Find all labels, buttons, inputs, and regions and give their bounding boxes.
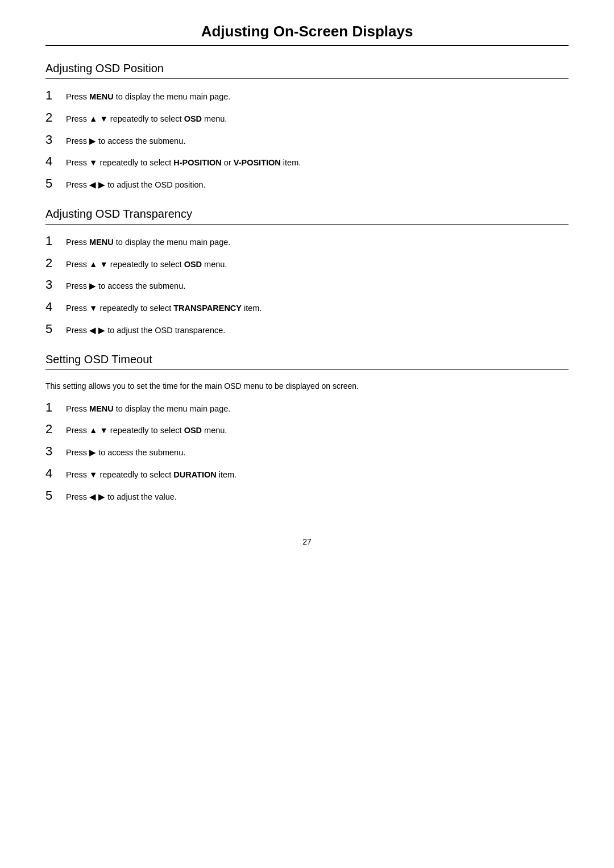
list-item: 5Press ◀ ▶ to adjust the OSD position. (45, 177, 569, 192)
step-text-0-0: Press MENU to display the menu main page… (66, 91, 569, 103)
list-item: 2Press ▲ ▼ repeatedly to select OSD menu… (45, 111, 569, 126)
step-number-0-4: 5 (45, 177, 66, 190)
step-text-2-4: Press ◀ ▶ to adjust the value. (66, 491, 569, 504)
step-text-1-3: Press ▼ repeatedly to select TRANSPARENC… (66, 302, 569, 315)
step-number-0-3: 4 (45, 155, 66, 168)
list-item: 3Press ▶ to access the submenu. (45, 279, 569, 293)
sections-container: Adjusting OSD Position1Press MENU to dis… (45, 62, 569, 503)
steps-list-osd-position: 1Press MENU to display the menu main pag… (45, 89, 569, 192)
step-number-1-1: 2 (45, 257, 66, 269)
list-item: 5Press ◀ ▶ to adjust the value. (45, 489, 569, 504)
step-text-0-2: Press ▶ to access the submenu. (66, 135, 569, 148)
step-text-1-2: Press ▶ to access the submenu. (66, 280, 569, 293)
step-text-2-3: Press ▼ repeatedly to select DURATION it… (66, 469, 569, 481)
list-item: 1Press MENU to display the menu main pag… (45, 235, 569, 249)
step-text-0-4: Press ◀ ▶ to adjust the OSD position. (66, 179, 569, 192)
section-title-osd-position: Adjusting OSD Position (45, 62, 569, 75)
page-number: 27 (45, 537, 569, 546)
steps-list-osd-transparency: 1Press MENU to display the menu main pag… (45, 235, 569, 337)
section-title-osd-transparency: Adjusting OSD Transparency (45, 207, 569, 221)
step-number-2-2: 3 (45, 445, 66, 458)
step-number-0-1: 2 (45, 111, 66, 124)
step-number-1-2: 3 (45, 279, 66, 291)
list-item: 4Press ▼ repeatedly to select H-POSITION… (45, 155, 569, 169)
step-text-0-1: Press ▲ ▼ repeatedly to select OSD menu. (66, 113, 569, 126)
list-item: 1Press MENU to display the menu main pag… (45, 89, 569, 103)
list-item: 2Press ▲ ▼ repeatedly to select OSD menu… (45, 257, 569, 271)
steps-list-osd-timeout: 1Press MENU to display the menu main pag… (45, 401, 569, 504)
step-text-2-0: Press MENU to display the menu main page… (66, 403, 569, 416)
step-number-2-1: 2 (45, 423, 66, 435)
list-item: 4Press ▼ repeatedly to select DURATION i… (45, 467, 569, 481)
step-number-0-0: 1 (45, 89, 66, 102)
list-item: 4Press ▼ repeatedly to select TRANSPAREN… (45, 301, 569, 315)
step-text-1-1: Press ▲ ▼ repeatedly to select OSD menu. (66, 259, 569, 271)
step-number-2-4: 5 (45, 489, 66, 502)
step-number-1-0: 1 (45, 235, 66, 247)
step-text-2-2: Press ▶ to access the submenu. (66, 447, 569, 459)
step-number-1-4: 5 (45, 323, 66, 335)
section-divider-osd-position (45, 78, 569, 79)
step-text-1-0: Press MENU to display the menu main page… (66, 236, 569, 249)
step-number-0-2: 3 (45, 134, 66, 146)
list-item: 1Press MENU to display the menu main pag… (45, 401, 569, 416)
list-item: 2Press ▲ ▼ repeatedly to select OSD menu… (45, 423, 569, 437)
step-text-1-4: Press ◀ ▶ to adjust the OSD transparence… (66, 325, 569, 337)
list-item: 3Press ▶ to access the submenu. (45, 134, 569, 148)
section-divider-osd-transparency (45, 224, 569, 225)
step-text-0-3: Press ▼ repeatedly to select H-POSITION … (66, 157, 569, 169)
list-item: 5Press ◀ ▶ to adjust the OSD transparenc… (45, 323, 569, 337)
step-text-2-1: Press ▲ ▼ repeatedly to select OSD menu. (66, 425, 569, 437)
section-divider-osd-timeout (45, 369, 569, 370)
step-number-1-3: 4 (45, 301, 66, 313)
page-title: Adjusting On-Screen Displays (45, 23, 569, 46)
list-item: 3Press ▶ to access the submenu. (45, 445, 569, 459)
section-title-osd-timeout: Setting OSD Timeout (45, 353, 569, 366)
step-number-2-0: 1 (45, 401, 66, 414)
section-description-osd-timeout: This setting allows you to set the time … (45, 380, 569, 392)
step-number-2-3: 4 (45, 467, 66, 480)
